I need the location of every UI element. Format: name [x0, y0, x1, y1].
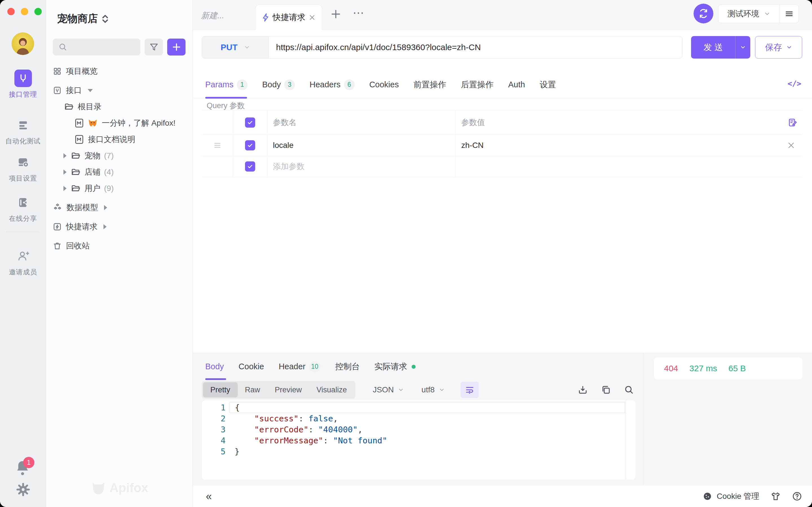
project-switcher[interactable]: 宠物商店 [57, 12, 109, 25]
close-window-button[interactable] [7, 8, 15, 15]
response-code-editor[interactable]: 1{2 "success": false,3 "errorCode": "404… [202, 400, 636, 480]
param-enabled-checkbox[interactable] [245, 161, 255, 172]
bulk-edit-button[interactable] [788, 118, 797, 127]
tree-folder-root[interactable]: 根目录 [46, 99, 193, 115]
search-response-icon[interactable] [624, 385, 634, 395]
line-content: { [230, 402, 625, 413]
view-mode-preview[interactable]: Preview [267, 382, 309, 397]
notifications-button[interactable]: 1 [15, 460, 31, 478]
tree-section-trash[interactable]: 回收站 [46, 238, 193, 254]
zoom-window-button[interactable] [35, 8, 42, 15]
filter-button[interactable] [145, 39, 163, 55]
sync-button[interactable] [694, 4, 713, 23]
invite-member-icon [14, 247, 32, 265]
download-response-icon[interactable] [578, 385, 588, 395]
format-select[interactable]: JSON [373, 385, 404, 394]
tab-quick-request[interactable]: 快捷请求 [255, 4, 322, 30]
hamburger-icon [784, 9, 794, 18]
delete-param-button[interactable] [787, 142, 795, 149]
tab-params[interactable]: Params 1 [205, 79, 248, 90]
response-size: 65 B [728, 363, 746, 373]
api-management-icon [14, 69, 32, 87]
new-api-button[interactable] [167, 39, 186, 55]
view-mode-segmented: Pretty Raw Preview Visualize [202, 381, 355, 399]
tab-headers[interactable]: Headers 6 [310, 79, 355, 90]
request-config-tabs: Params 1 Body 3 Headers 6 Cookies 前置操作 后… [193, 71, 812, 99]
tshirt-theme-icon[interactable] [770, 491, 781, 501]
code-line[interactable]: 3 "errorCode": "404000", [202, 424, 636, 435]
invite-members-button[interactable]: 邀请成员 [0, 247, 46, 277]
drag-handle[interactable] [202, 135, 233, 156]
sidebar-item-project-settings[interactable]: 项目设置 [0, 154, 46, 183]
code-line[interactable]: 5} [202, 446, 636, 457]
response-tab-body[interactable]: Body [205, 362, 224, 371]
sidebar-item-api-management[interactable]: 接口管理 [0, 69, 46, 99]
code-line[interactable]: 4 "errorMessage": "Not found" [202, 435, 636, 446]
add-param-value-input[interactable] [456, 156, 802, 177]
code-line[interactable]: 1{ [202, 402, 636, 413]
param-name-input[interactable]: locale [267, 135, 456, 156]
tab-request-settings[interactable]: 设置 [540, 79, 556, 91]
response-tab-cookie[interactable]: Cookie [239, 362, 264, 371]
cookie-manage-button[interactable]: Cookie 管理 [703, 491, 759, 502]
new-tab-ghost[interactable]: 新建... [201, 10, 224, 21]
tab-cookies[interactable]: Cookies [369, 80, 399, 89]
select-all-checkbox[interactable] [245, 117, 255, 128]
search-input[interactable] [53, 39, 140, 55]
save-button[interactable]: 保存 [755, 36, 802, 59]
tree-doc-readme[interactable]: 接口文档说明 [46, 131, 193, 148]
app-settings-button[interactable] [16, 482, 31, 497]
code-line[interactable]: 2 "success": false, [202, 413, 636, 424]
tree-folder-pet[interactable]: 宠物 (7) [46, 148, 193, 164]
generate-code-button[interactable]: </> [788, 79, 801, 88]
method-select[interactable]: PUT [202, 36, 269, 58]
collapse-panel-button[interactable]: « [206, 491, 212, 502]
add-param-input[interactable]: 添加参数 [267, 156, 456, 177]
tree-doc-intro[interactable]: 一分钟，了解 Apifox! [46, 115, 193, 131]
add-tab-button[interactable] [330, 8, 342, 20]
tree-item-project-overview[interactable]: 项目概览 [46, 63, 193, 79]
environment-select[interactable]: 测试环境 [718, 5, 780, 23]
tree-folder-user[interactable]: 用户 (9) [46, 180, 193, 196]
response-tab-actual-request[interactable]: 实际请求 [374, 361, 416, 372]
close-tab-icon[interactable] [309, 14, 315, 21]
tree-folder-shop[interactable]: 店铺 (4) [46, 164, 193, 180]
column-header-name: 参数名 [267, 110, 456, 135]
view-mode-raw[interactable]: Raw [238, 382, 267, 397]
send-options-button[interactable] [735, 36, 750, 59]
tree-item-label: 一分钟，了解 Apifox! [102, 118, 175, 128]
view-mode-pretty[interactable]: Pretty [203, 382, 238, 397]
user-avatar[interactable] [11, 33, 34, 55]
minimize-window-button[interactable] [21, 8, 28, 15]
encoding-select[interactable]: utf8 [421, 385, 445, 394]
column-header-value: 参数值 [456, 110, 802, 135]
tree-section-api[interactable]: 接口 [46, 82, 193, 99]
response-body-pane: Body Cookie Header 10 控制台 实际请求 Prett [193, 353, 643, 485]
tree-section-quick-request[interactable]: 快捷请求 [46, 219, 193, 235]
url-input[interactable]: https://api.apifox.cn/api/v1/doc/1589360… [269, 36, 682, 58]
copy-response-icon[interactable] [601, 385, 611, 395]
param-enabled-checkbox[interactable] [245, 140, 255, 151]
query-params-label: Query 参数 [207, 101, 245, 111]
sidebar-item-auto-test[interactable]: 自动化测试 [0, 116, 46, 146]
tree-item-label: 用户 [85, 183, 100, 194]
word-wrap-toggle[interactable] [461, 382, 479, 398]
view-mode-visualize[interactable]: Visualize [309, 382, 354, 397]
tab-post-operations[interactable]: 后置操作 [461, 79, 493, 91]
tab-auth[interactable]: Auth [508, 80, 525, 89]
environment-menu-button[interactable] [780, 5, 799, 23]
tree-section-data-models[interactable]: 数据模型 [46, 200, 193, 216]
param-value-input[interactable]: zh-CN [456, 135, 802, 156]
response-tab-header[interactable]: Header 10 [278, 361, 320, 372]
send-button[interactable]: 发 送 [691, 36, 750, 59]
response-tab-console[interactable]: 控制台 [335, 361, 360, 372]
environment-label: 测试环境 [728, 8, 759, 19]
tab-pre-operations[interactable]: 前置操作 [413, 79, 446, 91]
help-icon[interactable] [792, 491, 802, 501]
environment-group: 测试环境 [718, 4, 799, 23]
more-tabs-button[interactable]: ⋯ [353, 6, 365, 19]
chevron-down-icon [740, 44, 746, 50]
tab-body[interactable]: Body 3 [262, 79, 295, 90]
sidebar-item-online-share[interactable]: 在线分享 [0, 194, 46, 223]
code-scrollbar[interactable] [625, 400, 636, 480]
